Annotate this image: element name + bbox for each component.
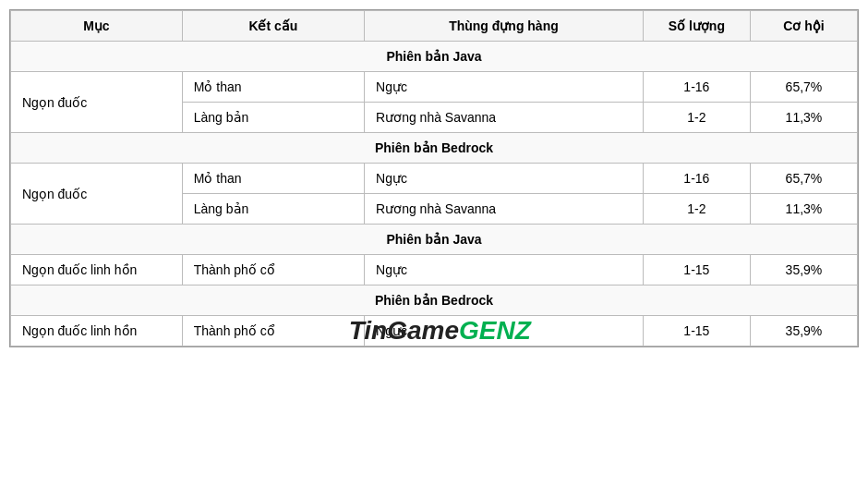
table-body: Phiên bản JavaNgọn đuốcMỏ thanNgực1-1665… (11, 42, 858, 346)
cell-so-luong: 1-15 (643, 316, 750, 346)
cell-co-hoi: 35,9% (750, 316, 857, 346)
cell-so-luong: 1-2 (643, 194, 750, 225)
cell-ket-cau: Thành phố cổ (182, 255, 364, 285)
section-header-2: Phiên bản Java (11, 225, 858, 255)
header-co-hoi: Cơ hội (750, 11, 857, 42)
section-title-0: Phiên bản Java (11, 42, 858, 72)
cell-thung: Rương nhà Savanna (365, 194, 644, 225)
cell-co-hoi: 11,3% (750, 103, 857, 133)
cell-so-luong: 1-16 (643, 164, 750, 194)
cell-co-hoi: 65,7% (750, 72, 857, 103)
cell-muc: Ngọn đuốc (11, 72, 183, 133)
cell-muc: Ngọn đuốc linh hồn (11, 255, 183, 285)
section-title-2: Phiên bản Java (11, 225, 858, 255)
cell-so-luong: 1-16 (643, 72, 750, 103)
cell-co-hoi: 65,7% (750, 164, 857, 194)
cell-muc: Ngọn đuốc (11, 164, 183, 225)
table-header-row: Mục Kết cấu Thùng đựng hàng Số lượng Cơ … (11, 11, 858, 42)
loot-table: Mục Kết cấu Thùng đựng hàng Số lượng Cơ … (10, 10, 858, 346)
cell-ket-cau: Mỏ than (182, 72, 364, 103)
table-row: Ngọn đuốc linh hồnThành phố cổTinGameGEN… (11, 316, 858, 346)
cell-thung: Ngực (365, 72, 644, 103)
section-header-0: Phiên bản Java (11, 42, 858, 72)
cell-co-hoi: 11,3% (750, 194, 857, 225)
cell-thung: Ngực (365, 255, 644, 285)
cell-co-hoi: 35,9% (750, 255, 857, 285)
cell-ket-cau: Thành phố cổTinGameGENZ (182, 316, 364, 346)
cell-muc: Ngọn đuốc linh hồn (11, 316, 183, 346)
table-row: Ngọn đuốcMỏ thanNgực1-1665,7% (11, 72, 858, 103)
section-header-1: Phiên bản Bedrock (11, 133, 858, 164)
cell-so-luong: 1-2 (643, 103, 750, 133)
cell-thung: Ngực (365, 164, 644, 194)
cell-thung: Rương nhà Savanna (365, 103, 644, 133)
main-table-wrapper: Mục Kết cấu Thùng đựng hàng Số lượng Cơ … (9, 9, 859, 347)
cell-thung: Ngực (365, 316, 644, 346)
cell-ket-cau: Làng bản (182, 194, 364, 225)
section-title-3: Phiên bản Bedrock (11, 285, 858, 316)
header-so-luong: Số lượng (643, 11, 750, 42)
table-row: Ngọn đuốcMỏ thanNgực1-1665,7% (11, 164, 858, 194)
section-header-3: Phiên bản Bedrock (11, 285, 858, 316)
cell-so-luong: 1-15 (643, 255, 750, 285)
section-title-1: Phiên bản Bedrock (11, 133, 858, 164)
header-muc: Mục (11, 11, 183, 42)
table-row: Ngọn đuốc linh hồnThành phố cổNgực1-1535… (11, 255, 858, 285)
cell-ket-cau: Mỏ than (182, 164, 364, 194)
header-ket-cau: Kết cấu (182, 11, 364, 42)
header-thung: Thùng đựng hàng (365, 11, 644, 42)
cell-ket-cau: Làng bản (182, 103, 364, 133)
